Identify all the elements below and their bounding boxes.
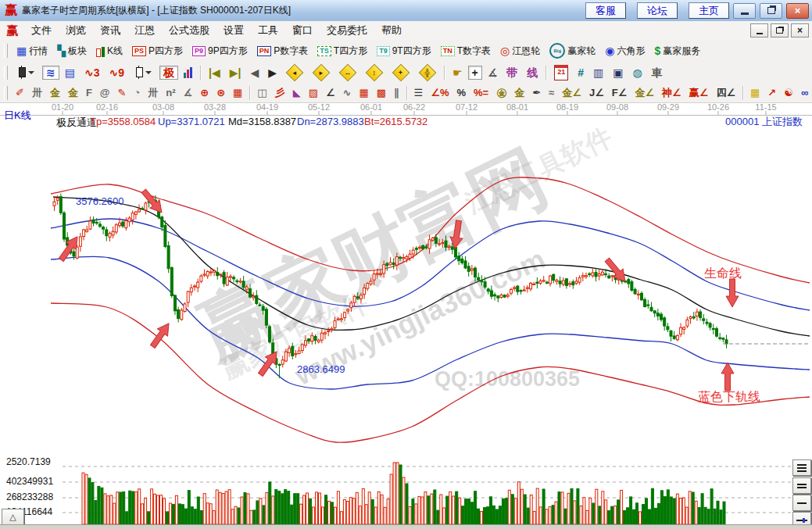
save-button[interactable]: ▣ bbox=[609, 66, 627, 80]
win-angle-tool[interactable]: 赢∠ bbox=[686, 86, 712, 99]
channel-toggle-button[interactable]: 极 bbox=[159, 66, 178, 80]
n-square-tool[interactable]: n² bbox=[163, 86, 178, 99]
menu-item-5[interactable]: 设置 bbox=[216, 21, 251, 40]
winner-wheel-button[interactable]: Big赢家轮 bbox=[546, 41, 599, 60]
mdi-restore-button[interactable] bbox=[771, 23, 789, 38]
grid-tool-2[interactable]: ▩ bbox=[374, 86, 389, 99]
market-button[interactable]: ▦行情 bbox=[13, 43, 52, 59]
diamond-expand-all-button[interactable]: ╬ bbox=[415, 65, 440, 80]
first-bar-button[interactable]: |◀ bbox=[205, 66, 224, 80]
wave-3-button[interactable]: ∿3 bbox=[80, 66, 104, 80]
pen-tool[interactable]: ✐ bbox=[13, 86, 27, 99]
wave-9-button[interactable]: ∿9 bbox=[106, 66, 129, 80]
homepage-button[interactable]: 主页 bbox=[689, 2, 729, 19]
p-number-button[interactable]: PNP数字表 bbox=[253, 43, 313, 59]
grid-net-button[interactable]: ≋ bbox=[42, 66, 59, 80]
world-button[interactable]: ◍ bbox=[629, 66, 646, 80]
notepad-button[interactable]: ▥ bbox=[589, 66, 607, 80]
menu-item-7[interactable]: 窗口 bbox=[285, 21, 320, 40]
toolbar-grip[interactable] bbox=[4, 44, 8, 58]
toolbar-grip[interactable] bbox=[4, 86, 8, 100]
menu-item-0[interactable]: 文件 bbox=[24, 21, 59, 40]
kline-button[interactable]: K线 bbox=[92, 43, 127, 59]
mdi-minimize-button[interactable] bbox=[750, 23, 768, 38]
t-square-button[interactable]: TST四方形 bbox=[313, 43, 371, 59]
next-bar-button[interactable]: ▶ bbox=[264, 66, 281, 80]
mdi-close-button[interactable]: × bbox=[791, 23, 809, 38]
percent-angle-tool[interactable]: ∠% bbox=[427, 86, 452, 99]
gann-wheel-button[interactable]: ◎江恩轮 bbox=[496, 43, 544, 59]
percent-line-tool[interactable]: %= bbox=[470, 86, 492, 99]
infinity-tool[interactable]: ∞ bbox=[798, 86, 811, 99]
gold-angle-tool[interactable]: 金∠ bbox=[559, 86, 585, 99]
crosshair-tool-button[interactable]: + bbox=[468, 66, 482, 80]
f-angle-tool[interactable]: F∠ bbox=[609, 86, 631, 99]
diamond-shrink-button[interactable]: ↕ bbox=[362, 65, 387, 80]
trend-chart-tool[interactable]: ↗ bbox=[764, 86, 779, 99]
compress-2-button[interactable] bbox=[792, 477, 811, 494]
angle-a-tool[interactable]: ∡ bbox=[181, 86, 196, 99]
j-angle-tool[interactable]: J∠ bbox=[586, 86, 607, 99]
close-button[interactable]: × bbox=[786, 3, 809, 19]
price-ladder-tool[interactable]: ☰ bbox=[411, 86, 427, 99]
diamond-stretch-button[interactable]: ↔ bbox=[335, 65, 360, 80]
t-number-button[interactable]: TNT数字表 bbox=[437, 43, 495, 59]
shen-angle-tool[interactable]: 神∠ bbox=[659, 86, 685, 99]
wave-fit-tool[interactable]: ≈ bbox=[546, 86, 557, 99]
calculator-button[interactable]: # bbox=[574, 66, 588, 80]
ink-pen-tool[interactable]: ✒ bbox=[529, 86, 544, 99]
compass-tool[interactable]: ⊕ bbox=[197, 86, 212, 99]
period-candle-dropdown[interactable] bbox=[13, 64, 41, 80]
gold-circle-tool[interactable]: ㊎ bbox=[493, 86, 510, 99]
customer-service-button[interactable]: 客服 bbox=[585, 2, 626, 19]
lines-tool-2[interactable]: 卅 bbox=[145, 86, 161, 99]
toolbar-grip[interactable] bbox=[4, 66, 8, 80]
ray-angle-tool[interactable]: ∠ bbox=[323, 86, 338, 99]
restore-button[interactable] bbox=[760, 3, 782, 19]
spiral-tool[interactable]: @ bbox=[97, 86, 113, 99]
taiji-tool[interactable]: ☯ bbox=[781, 86, 796, 99]
gold-gate-tool-2[interactable]: 金 bbox=[65, 86, 81, 99]
web-tool[interactable]: ⊛ bbox=[213, 86, 228, 99]
compress-1-button[interactable] bbox=[792, 495, 811, 511]
hollow-candle-dropdown[interactable] bbox=[130, 64, 158, 80]
nine-p-square-button[interactable]: P99P四方形 bbox=[188, 43, 252, 59]
menu-item-9[interactable]: 帮助 bbox=[374, 21, 409, 40]
clock-tool[interactable]: ◔ bbox=[131, 86, 143, 99]
p-square-button[interactable]: PSP四方形 bbox=[128, 43, 187, 59]
trade-delivery-button[interactable]: 車 bbox=[648, 66, 667, 80]
web-grid-tool[interactable]: ▦ bbox=[230, 86, 245, 99]
box-tool[interactable]: ◫ bbox=[254, 86, 270, 99]
angle-tool-button[interactable]: ∡ bbox=[484, 66, 502, 80]
nine-t-square-button[interactable]: T99T四方形 bbox=[373, 43, 435, 59]
hand-tool-button[interactable]: ☛ bbox=[449, 66, 467, 80]
gold-gate-tool-1[interactable]: 金 bbox=[47, 86, 63, 99]
diamond-pan-left-button[interactable]: ◂ bbox=[282, 65, 307, 80]
menu-item-3[interactable]: 江恩 bbox=[127, 21, 162, 40]
minimize-button[interactable] bbox=[733, 3, 756, 19]
menu-item-4[interactable]: 公式选股 bbox=[162, 21, 216, 40]
grid-highlight-tool[interactable]: ▦ bbox=[747, 86, 763, 99]
chart-canvas[interactable] bbox=[0, 102, 812, 525]
hexagon-button[interactable]: ◉六角形 bbox=[601, 43, 649, 59]
purple-band-tool-button[interactable]: 带 bbox=[503, 66, 521, 80]
fan-box-tool[interactable]: ◣ bbox=[290, 86, 304, 99]
menu-item-1[interactable]: 浏览 bbox=[59, 21, 93, 40]
menu-item-6[interactable]: 工具 bbox=[251, 21, 285, 40]
gold-angle-tool-2[interactable]: 金∠ bbox=[631, 86, 657, 99]
grid-tool-1[interactable]: ▦ bbox=[356, 86, 372, 99]
gold-line-tool[interactable]: 金 bbox=[511, 86, 528, 99]
parallel-tool[interactable]: ∥ bbox=[391, 86, 402, 99]
histogram-button[interactable] bbox=[180, 65, 196, 80]
box-diagonal-tool[interactable]: ▨ bbox=[306, 86, 321, 99]
compress-3-button[interactable] bbox=[792, 459, 811, 476]
prev-bar-button[interactable]: ◀ bbox=[246, 66, 263, 80]
doc-list-button[interactable]: ▤ bbox=[61, 66, 79, 80]
last-bar-button[interactable]: ▶| bbox=[226, 66, 245, 80]
f-gate-tool[interactable]: F bbox=[83, 86, 95, 99]
expand-panel-button[interactable]: △ bbox=[2, 509, 24, 525]
winner-service-button[interactable]: $赢家服务 bbox=[650, 43, 704, 59]
ruler-pen-tool[interactable]: ✎ bbox=[115, 86, 130, 99]
menu-item-2[interactable]: 资讯 bbox=[93, 21, 127, 40]
sector-button[interactable]: ▚板块 bbox=[53, 43, 91, 59]
